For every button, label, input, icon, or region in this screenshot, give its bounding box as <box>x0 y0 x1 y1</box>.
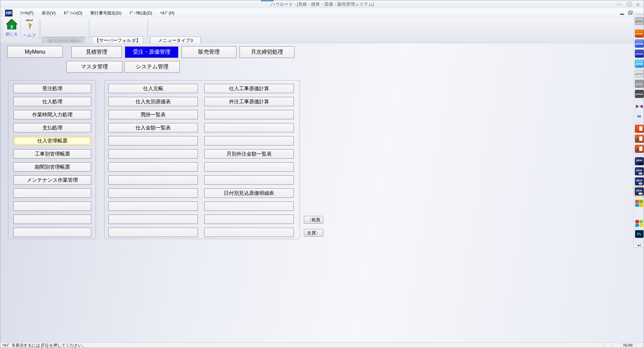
item-empty-1[interactable] <box>13 188 91 198</box>
tab-mymenu[interactable]: MyMenu <box>7 46 63 58</box>
taskbar-scroll-bar <box>640 244 641 247</box>
window-restore-icon[interactable] <box>627 3 631 6</box>
menu-view[interactable]: 表示(V) <box>38 9 60 17</box>
window-minimize-icon[interactable] <box>617 4 621 5</box>
report-col2-empty-10[interactable] <box>204 201 294 211</box>
report-purchase-project-cost-calc[interactable]: 仕入工事原価計算 <box>204 84 294 93</box>
taskbar-icon-prof-uis-darkblue[interactable]: prof-uis <box>635 50 644 58</box>
taskbar-icon-prof-uis-darkgrey[interactable]: prof-uis <box>635 90 644 98</box>
status-separator <box>611 343 612 348</box>
vs2010-ellipse <box>638 192 643 195</box>
tab-order-cost-mgmt[interactable]: 受注・原価管理 <box>125 46 178 58</box>
taskbar-icon-prof-uis-skyblue[interactable]: prof-uis <box>635 60 644 68</box>
taskbar-separator <box>635 197 643 198</box>
tab-master-mgmt[interactable]: マスタ管理 <box>66 61 122 73</box>
tab-estimate-mgmt[interactable]: 見積管理 <box>71 46 122 58</box>
help-icon: HELP ? <box>24 19 35 32</box>
taskbar-icon-photoshop[interactable]: Ps <box>635 230 644 238</box>
office-green-badge <box>636 139 639 141</box>
report-col2-empty-5[interactable] <box>204 136 294 146</box>
report-purchase-amount-list[interactable]: 仕入金額一覧表 <box>108 123 198 132</box>
item-worktime-entry[interactable]: 作業時間入力処理 <box>13 110 91 119</box>
mdi-restore-icon[interactable] <box>628 12 632 15</box>
taskbar-icon-vs2010-1[interactable]: 2010 <box>635 157 644 165</box>
taskbar-icon-office-2[interactable] <box>635 135 644 143</box>
status-separator <box>635 343 635 348</box>
taskbar-icon-vs2010-active[interactable]: 2010 <box>635 187 644 195</box>
report-daily-expected-cost-detail[interactable]: 日付別見込原価明細表 <box>204 188 294 198</box>
menu-file[interactable]: ﾌｧｲﾙ(F) <box>16 9 38 17</box>
vs2010-ellipse <box>638 162 643 165</box>
toolbar-grip-2 <box>40 20 41 39</box>
item-empty-3[interactable] <box>13 215 91 224</box>
item-purchase-processing[interactable]: 仕入処理 <box>13 97 91 106</box>
report-col2-empty-12[interactable] <box>204 228 294 237</box>
report-subcontract-cost-calc[interactable]: 外注工事原価計算 <box>204 97 294 106</box>
item-period-mgmt-reports[interactable]: 期間別管理帳票 <box>13 162 91 172</box>
report-col2-empty-4[interactable] <box>204 123 294 132</box>
report-payables-list[interactable]: 買掛一覧表 <box>108 110 198 119</box>
report-supplier-cost-table[interactable]: 仕入先別原価表 <box>108 97 198 106</box>
report-col1-empty-12[interactable] <box>108 228 198 237</box>
taskbar-icon-prof-uis-midgrey[interactable]: prof-uis <box>635 80 644 88</box>
tab-monthly-closing[interactable]: 月次締切処理 <box>239 46 294 58</box>
item-project-mgmt-reports[interactable]: 工事別管理帳票 <box>13 149 91 159</box>
toolbar-grip-4 <box>147 20 149 39</box>
report-col2-empty-11[interactable] <box>204 215 294 224</box>
report-col2-empty-7[interactable] <box>204 162 294 172</box>
taskbar-icon-vs2010-2[interactable]: 2010 <box>635 167 644 175</box>
report-col1-empty-7[interactable] <box>108 162 198 172</box>
taskbar-icon-windows-8[interactable] <box>635 210 644 219</box>
item-empty-2[interactable] <box>13 201 91 211</box>
menubar-grip <box>2 10 3 16</box>
taskbar-separator <box>635 155 643 155</box>
item-purchase-mgmt-reports[interactable]: 仕入管理帳票 <box>13 136 91 146</box>
report-col1-empty-9[interactable] <box>108 188 198 198</box>
report-monthly-subcontract-amount[interactable]: 月別外注金額一覧表 <box>204 149 294 159</box>
main-area: MyMenu 見積管理 受注・原価管理 販売管理 月次締切処理 マスタ管理 シス… <box>0 43 644 342</box>
report-col2-empty-3[interactable] <box>204 110 294 119</box>
report-purchase-ledger[interactable]: 仕入元帳 <box>108 84 198 93</box>
close-menu-button[interactable]: 閉じる <box>4 19 19 40</box>
taskbar-icon-office-1[interactable] <box>635 125 644 133</box>
item-payment-processing[interactable]: 支払処理 <box>13 123 91 132</box>
window-close-icon[interactable]: × <box>636 1 640 8</box>
toolbar-separator <box>20 19 21 38</box>
taskbar-separator <box>635 27 643 27</box>
prev-page-button[interactable]: 〈前頁 <box>304 216 323 224</box>
report-col1-empty-10[interactable] <box>108 201 198 211</box>
report-col1-empty-11[interactable] <box>108 215 198 224</box>
menu-bar: HR ﾌｧｲﾙ(F) 表示(V) ｵﾌﾟｼｮﾝ(O) 実行番号指定(G) ﾃﾞｰ… <box>0 8 644 18</box>
item-maintenance-mgmt[interactable]: メンテナンス作業管理 <box>13 175 91 185</box>
taskbar-icon-prof-uis-lightgrey[interactable]: prof-uis <box>635 70 644 78</box>
item-order-processing[interactable]: 受注処理 <box>13 84 91 93</box>
taskbar-icon-vs2010-3[interactable]: 2010 <box>635 177 644 185</box>
report-col1-empty-6[interactable] <box>108 149 198 159</box>
report-col2-empty-8[interactable] <box>204 175 294 185</box>
taskbar-icon-windows-xp[interactable] <box>635 220 644 228</box>
menu-options[interactable]: ｵﾌﾟｼｮﾝ(O) <box>60 9 87 17</box>
report-col1-empty-8[interactable] <box>108 175 198 185</box>
menu-data-transfer[interactable]: ﾃﾞｰﾀ転送(D) <box>125 9 156 17</box>
taskbar-icon-visual-studio[interactable] <box>635 102 644 110</box>
taskbar-icon-prof-uis-grey[interactable]: prof-uis <box>635 17 644 25</box>
report-col1-empty-5[interactable] <box>108 136 198 146</box>
taskbar-icon-prof-uis-orange[interactable]: prof-uis <box>635 30 644 38</box>
taskbar-strip: prof-uis prof-uis prof-uis prof-uis prof… <box>634 12 644 248</box>
item-empty-4[interactable] <box>13 228 91 237</box>
taskbar-icon-blend-infinity[interactable]: ∞ <box>635 112 644 120</box>
taskbar-icon-office-3[interactable] <box>635 145 644 153</box>
next-page-button[interactable]: 次頁〉 <box>304 229 323 237</box>
taskbar-icon-microsoft[interactable] <box>635 200 644 208</box>
menu-exec-number[interactable]: 実行番号指定(G) <box>86 9 125 17</box>
tab-system-mgmt[interactable]: システム管理 <box>124 61 180 73</box>
mdi-minimize-icon[interactable] <box>620 14 624 15</box>
taskbar-scroll[interactable]: ◀ <box>637 244 641 247</box>
taskbar-scroll-arrow-icon[interactable]: ◀ <box>637 244 639 247</box>
help-button[interactable]: HELP ? ヘルプ <box>22 19 37 40</box>
menu-help[interactable]: ﾍﾙﾌﾟ(H) <box>156 9 178 17</box>
toolbar: 閉じる HELP ? ヘルプ ▼ Ver 6.19.30.25512 【サーバー… <box>0 18 644 43</box>
title-bar: ハウロード - [見積・積算・原価・販売管理システム] × <box>0 0 644 8</box>
tab-sales-mgmt[interactable]: 販売管理 <box>181 46 236 58</box>
taskbar-icon-prof-uis-blue[interactable]: prof-uis <box>635 40 644 48</box>
